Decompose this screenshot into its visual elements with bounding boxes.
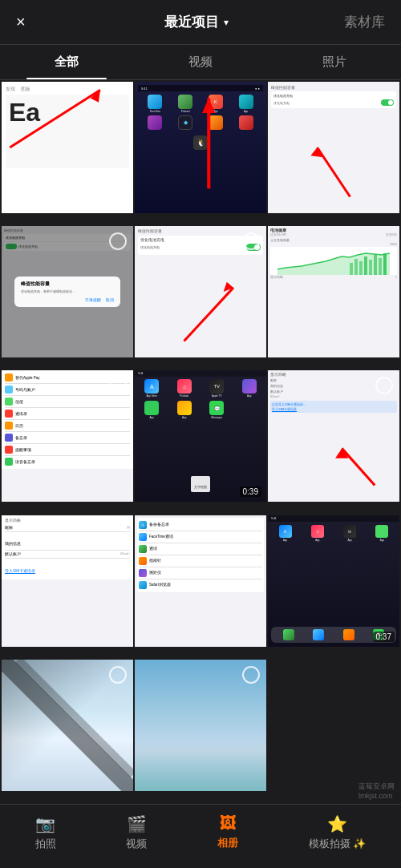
duration-badge-13: 0:37 bbox=[373, 632, 395, 642]
nav-camera[interactable]: 📷 拍照 bbox=[35, 814, 56, 851]
svg-rect-16 bbox=[383, 253, 387, 275]
close-button[interactable]: × bbox=[16, 13, 48, 31]
svg-marker-5 bbox=[310, 147, 323, 157]
grid-item-7[interactable]: 替代Apple Pay 号码与账户 信使 通讯录 日历 bbox=[2, 370, 133, 502]
video-icon: 🎬 bbox=[127, 814, 147, 834]
svg-rect-9 bbox=[350, 263, 353, 275]
camera-icon: 📷 bbox=[35, 814, 55, 834]
nav-template[interactable]: ⭐ 模板拍摄 ✨ bbox=[309, 814, 367, 851]
nav-video[interactable]: 🎬 视频 bbox=[126, 814, 147, 851]
nav-template-label: 模板拍摄 ✨ bbox=[309, 837, 367, 851]
grid-item-5[interactable]: 峰值性能容量 优化电池充电 优化电池充电 bbox=[135, 226, 266, 357]
header-title: 最近项目 bbox=[164, 13, 219, 31]
tab-bar: 全部 视频 照片 bbox=[0, 45, 401, 80]
selection-circle-15[interactable] bbox=[242, 666, 260, 684]
library-button[interactable]: 素材库 bbox=[344, 13, 385, 31]
header: × 最近项目 ▾ 素材库 bbox=[0, 0, 401, 45]
svg-line-6 bbox=[184, 288, 234, 341]
grid-item-6[interactable]: 电池健康 过去24小时过去5天 上次充电电量 100% bbox=[268, 226, 399, 357]
nav-video-label: 视频 bbox=[126, 837, 147, 851]
tab-photo[interactable]: 照片 bbox=[267, 45, 401, 79]
svg-rect-14 bbox=[374, 255, 377, 275]
selection-circle-14[interactable] bbox=[109, 666, 127, 684]
template-icon: ⭐ bbox=[327, 814, 347, 834]
grid-item-10[interactable]: 显示简略 昵称 (1) 我的信息 默认账户 iCloud › 导入SIM卡通讯录 bbox=[2, 515, 133, 647]
svg-marker-18 bbox=[335, 449, 348, 458]
watermark: 蓝莓安卓网lmkjst.com bbox=[358, 781, 395, 800]
grid-item-2[interactable]: 9:41 ● ● FaceTime Podcast K App bbox=[135, 82, 266, 213]
svg-rect-11 bbox=[359, 261, 363, 275]
svg-rect-10 bbox=[354, 259, 358, 275]
tab-all[interactable]: 全部 bbox=[0, 45, 134, 79]
duration-badge-8: 0:39 bbox=[240, 486, 261, 497]
grid-item-14[interactable] bbox=[2, 660, 133, 791]
svg-rect-12 bbox=[364, 256, 367, 275]
svg-line-17 bbox=[342, 449, 375, 486]
grid-item-9[interactable]: 显示简略 昵称 我的信息 默认账户 iCloud › 正在导入SIM卡通讯录..… bbox=[268, 370, 399, 502]
album-icon: 🖼 bbox=[220, 814, 236, 833]
grid-item-8[interactable]: 9:41 A App Store ♫ Podcast TV bbox=[135, 370, 266, 502]
svg-rect-15 bbox=[379, 258, 382, 275]
media-grid: 发现 图板 Ea 9:41 ● ● FaceTime bbox=[0, 80, 401, 804]
svg-line-4 bbox=[318, 147, 350, 197]
svg-rect-13 bbox=[369, 260, 372, 275]
tab-video[interactable]: 视频 bbox=[134, 45, 268, 79]
nav-camera-label: 拍照 bbox=[35, 837, 56, 851]
grid-item-4[interactable]: 峰值性能容量 优化电池充电 优化电池充电 峰值性能容量 优化电池充电，有助于减缓… bbox=[2, 226, 133, 357]
grid-item-3[interactable]: 峰值性能容量 优化电池充电 优化电充电 bbox=[268, 82, 399, 213]
svg-marker-8 bbox=[277, 253, 390, 275]
svg-marker-7 bbox=[224, 282, 233, 292]
grid-item-13[interactable]: 9:41 A App ♫ App tv bbox=[268, 515, 399, 647]
bottom-navigation: 📷 拍照 🎬 视频 🖼 相册 ⭐ 模板拍摄 ✨ bbox=[0, 804, 401, 868]
nav-album[interactable]: 🖼 相册 bbox=[217, 814, 238, 850]
grid-item-1[interactable]: 发现 图板 Ea bbox=[2, 82, 133, 213]
close-icon[interactable]: × bbox=[16, 13, 26, 30]
header-center: 最近项目 ▾ bbox=[164, 13, 229, 31]
chevron-down-icon[interactable]: ▾ bbox=[224, 17, 229, 28]
grid-item-11[interactable]: ◷ 备份备忘录 FaceTime通话 通话 指南针 bbox=[135, 515, 266, 647]
grid-item-15[interactable] bbox=[135, 660, 266, 791]
nav-album-label: 相册 bbox=[217, 836, 238, 850]
